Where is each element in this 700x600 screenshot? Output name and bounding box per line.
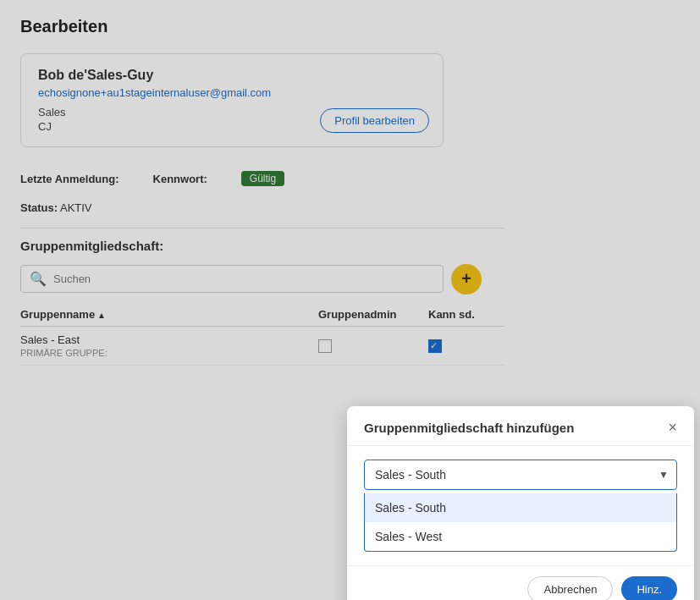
modal-title: Gruppenmitgliedschaft hinzufügen <box>364 421 574 435</box>
confirm-button[interactable]: Hinz. <box>621 576 677 600</box>
dropdown-item-sales-south[interactable]: Sales - South <box>365 493 676 522</box>
dropdown-item-sales-west[interactable]: Sales - West <box>365 522 676 551</box>
group-dropdown-container: Sales - South ▼ <box>364 460 677 490</box>
cancel-button[interactable]: Abbrechen <box>527 576 613 600</box>
modal-footer: Abbrechen Hinz. <box>347 565 694 600</box>
group-dropdown-selected[interactable]: Sales - South <box>364 460 677 490</box>
modal-close-button[interactable]: × <box>668 420 677 435</box>
add-group-modal: Gruppenmitgliedschaft hinzufügen × Sales… <box>347 406 694 600</box>
modal-header: Gruppenmitgliedschaft hinzufügen × <box>347 406 694 446</box>
modal-body: Sales - South ▼ Sales - South Sales - We… <box>347 446 694 565</box>
dropdown-list: Sales - South Sales - West <box>364 493 677 552</box>
